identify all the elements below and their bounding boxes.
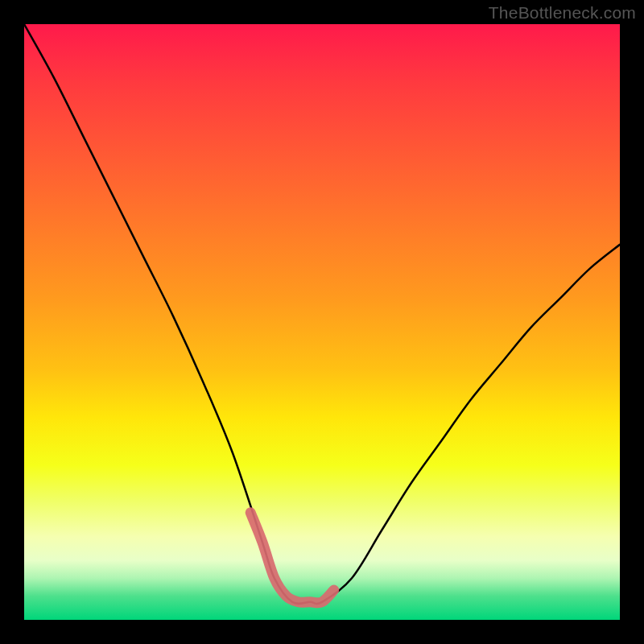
optimal-range-marker — [250, 513, 334, 603]
chart-frame: TheBottleneck.com — [0, 0, 644, 644]
curve-overlay — [24, 24, 620, 620]
watermark-text: TheBottleneck.com — [489, 3, 636, 23]
bottleneck-curve — [24, 24, 620, 604]
plot-area — [24, 24, 620, 620]
